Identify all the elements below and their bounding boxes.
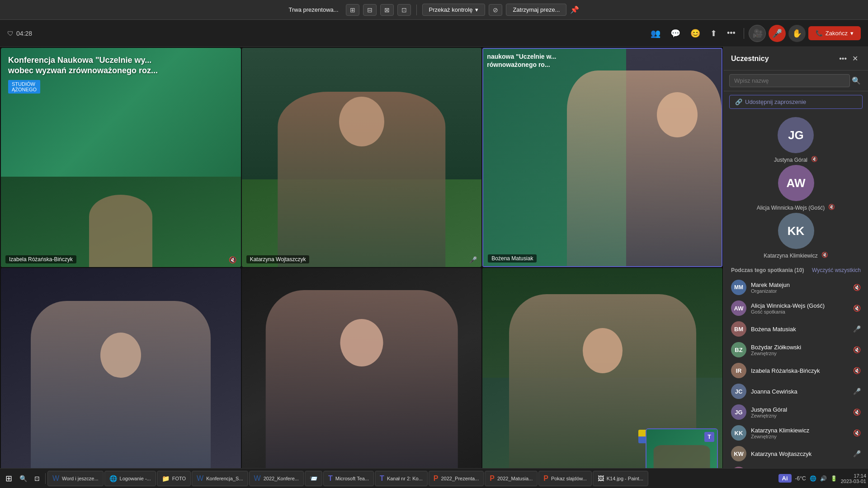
layout-btn-4[interactable]: ⊡ (397, 4, 411, 16)
avatar-kk: KK Katarzyna Klimkiewicz 🔇 (764, 213, 828, 259)
raise-hand-btn[interactable]: ✋ (788, 25, 806, 42)
search-icon-btn[interactable]: 🔍 (850, 75, 863, 87)
chat-icon-btn[interactable]: 💬 (667, 26, 684, 41)
info-bozena: Bożena Matusiak (751, 326, 849, 333)
stop-presentation-button[interactable]: Zatrzymaj preze... (506, 4, 566, 16)
end-call-button[interactable]: 📞 Zakończ ▾ (808, 26, 861, 40)
participant-name-bozena: Bożena Matusiak (488, 254, 537, 263)
mute-toggle-btn[interactable]: 🎤 (769, 25, 786, 42)
camera-toggle-btn[interactable]: 🎥 (749, 25, 766, 42)
taskbar-app-teams[interactable]: T Microsoft Tea... (323, 471, 374, 486)
foto-icon: 📁 (162, 475, 170, 482)
participant-item-marek[interactable]: MM Marek Matejun Organizator 🔇 (724, 277, 868, 298)
avatar-jg-muted-icon: 🔇 (811, 156, 818, 162)
konferencja-icon: W (197, 474, 203, 483)
transfer-chevron-icon: ▾ (475, 6, 478, 13)
video-cell-izabela: Konferencja Naukowa "Uczelnie wy...wobec… (1, 48, 241, 267)
taskbar-app-kanal[interactable]: T Kanał nr 2: Ko... (375, 471, 428, 486)
taskbar-app-konferencja[interactable]: W Konferencja_S... (192, 471, 248, 486)
layout-btn-3[interactable]: ⊠ (380, 4, 394, 16)
participant-item-katarzyna-w[interactable]: KW Katarzyna Wojtaszczyk 🎤 (724, 443, 868, 464)
header-controls: 👥 💬 😊 ⬆ ••• 🎥 🎤 ✋ 📞 Zakończ ▾ (647, 25, 861, 42)
layout-btn-1[interactable]: ⊞ (346, 4, 359, 16)
participant-item-justyna[interactable]: JG Justyna Góral Zewnętrzny 🔇 (724, 402, 868, 422)
participant-name-izabela: Izabela Różańska-Bińczyk (5, 255, 76, 263)
panel-close-btn[interactable]: ✕ (849, 52, 861, 65)
transfer-control-button[interactable]: Przekaż kontrolę ▾ (422, 4, 486, 16)
role-alicja: Gość spotkania (751, 309, 849, 314)
info-marek: Marek Matejun Organizator (751, 282, 849, 294)
name-justyna: Justyna Góral (751, 406, 849, 413)
widgets-button[interactable]: ⊡ (31, 473, 43, 484)
taskbar-divider (45, 473, 46, 484)
panel-more-btn[interactable]: ••• (836, 53, 849, 65)
ppt3-label: Pokaz slajdów... (551, 476, 587, 481)
taskbar-app-mail[interactable]: 📨 (305, 471, 322, 486)
start-button[interactable]: ⊞ (2, 472, 16, 485)
stop-presentation-label: Zatrzymaj preze... (513, 6, 560, 13)
participant-item-bozydar[interactable]: BZ Bożydar Ziółkowski Zewnętrzny 🔇 (724, 339, 868, 360)
teams-header: 🛡 04:28 👥 💬 😊 ⬆ ••• 🎥 🎤 ✋ 📞 Zakończ ▾ (0, 20, 868, 47)
taskbar-app-ppt2[interactable]: P 2022_Matusia... (485, 471, 538, 486)
participants-panel: Uczestnicy ••• ✕ 🔍 🔗 Udostępnij zaprosze… (723, 47, 868, 488)
mic-marek-icon: 🔇 (853, 284, 861, 291)
konf2022-label: 2022_Konfere... (264, 476, 299, 481)
avatar-kk-name: Katarzyna Klimkiewicz (764, 253, 817, 259)
temp-display: -6°C (795, 475, 806, 482)
share-invite-button[interactable]: 🔗 Udostępnij zaproszenie (729, 95, 863, 109)
share-icon-btn[interactable]: ⬆ (707, 26, 721, 41)
ai-badge[interactable]: Ai (778, 474, 792, 483)
participant-item-joanna[interactable]: JC Joanna Cewińska 🎤 (724, 381, 868, 402)
transfer-control-label: Przekaż kontrolę (429, 6, 473, 13)
taskbar-app-foto[interactable]: 📁 FOTO (157, 471, 191, 486)
search-container: 🔍 (724, 70, 868, 91)
participant-item-izabela[interactable]: IR Izabela Różańska-Bińczyk 🔇 (724, 360, 868, 381)
mic-izabela-icon: 🔇 (853, 367, 861, 374)
chrome-icon: 🌐 (109, 475, 117, 482)
participant-item-alicja[interactable]: AW Alicja Winnicka-Wejs (Gość) Gość spot… (724, 298, 868, 319)
taskbar-app-2022[interactable]: W 2022_Konfere... (249, 471, 304, 486)
mic-bozena-icon: 🎤 (853, 325, 861, 333)
info-alicja: Alicja Winnicka-Wejs (Gość) Gość spotkan… (751, 302, 849, 314)
kanal-icon: T (380, 474, 384, 483)
name-marek: Marek Matejun (751, 282, 849, 288)
more-options-icon-btn[interactable]: ••• (723, 26, 739, 41)
reactions-icon-btn[interactable]: 😊 (687, 26, 704, 41)
slide-tag: STUDIÓWĄŻONEGO (8, 80, 40, 94)
layout-btn-2[interactable]: ⊟ (363, 4, 377, 16)
mic-joanna-icon: 🎤 (853, 388, 861, 395)
taskbar-app-word[interactable]: W Word i jeszcze... (47, 471, 104, 486)
top-divider (416, 5, 417, 15)
taskbar-app-paint[interactable]: 🖼 K14.jpg - Paint... (593, 471, 648, 486)
info-joanna: Joanna Cewińska (751, 388, 849, 395)
taskbar-app-chrome[interactable]: 🌐 Logowanie -... (104, 471, 156, 486)
see-all-button[interactable]: Wyczyść wszystkich (812, 267, 861, 273)
taskbar-app-ppt3[interactable]: P Pokaz slajdów... (538, 471, 592, 486)
during-meeting-header: Podczas tego spotkania (10) Wyczyść wszy… (724, 263, 868, 277)
taskbar-right: Ai -6°C 🌐 🔊 🔋 17:14 2023-03-01 (778, 473, 866, 484)
avatar-justyna-sm: JG (731, 404, 746, 420)
info-katarzyna-w: Katarzyna Wojtaszczyk (751, 450, 849, 457)
no-camera-icon-btn[interactable]: ⊘ (489, 4, 502, 16)
volume-icon[interactable]: 🔊 (820, 475, 827, 482)
search-input[interactable] (729, 74, 850, 87)
name-katarzyna-w: Katarzyna Wojtaszczyk (751, 450, 849, 457)
video-cell-marzena: Marzena Syper-Jędrzejak (242, 268, 482, 487)
info-katarzyna-k: Katarzyna Klimkiewicz Zewnętrzny (751, 427, 849, 439)
info-justyna: Justyna Góral Zewnętrzny (751, 406, 849, 418)
panel-header: Uczestnicy ••• ✕ (724, 47, 868, 70)
participants-list-scroll[interactable]: JG Justyna Góral 🔇 AW Alicja Winnicka-We… (724, 113, 868, 488)
avatar-katarzyna-k-sm: KK (731, 425, 746, 441)
avatar-katarzyna-w-sm: KW (731, 446, 746, 461)
teams-icon: T (328, 474, 333, 483)
participant-item-katarzyna-k[interactable]: KK Katarzyna Klimkiewicz Zewnętrzny 🔇 (724, 422, 868, 443)
participants-icon-btn[interactable]: 👥 (647, 26, 664, 41)
search-button[interactable]: 🔍 (16, 473, 31, 484)
word-icon: W (52, 474, 59, 483)
mic-katarzyna-w-icon: 🎤 (853, 450, 861, 457)
video-grid: Konferencja Naukowa "Uczelnie wy...wobec… (0, 47, 723, 488)
participant-item-bozena[interactable]: BM Bożena Matusiak 🎤 (724, 319, 868, 339)
taskbar-app-ppt1[interactable]: P 2022_Prezenta... (429, 471, 484, 486)
pin-icon[interactable]: 📌 (570, 5, 579, 14)
taskbar-apps: W Word i jeszcze... 🌐 Logowanie -... 📁 F… (47, 471, 778, 486)
